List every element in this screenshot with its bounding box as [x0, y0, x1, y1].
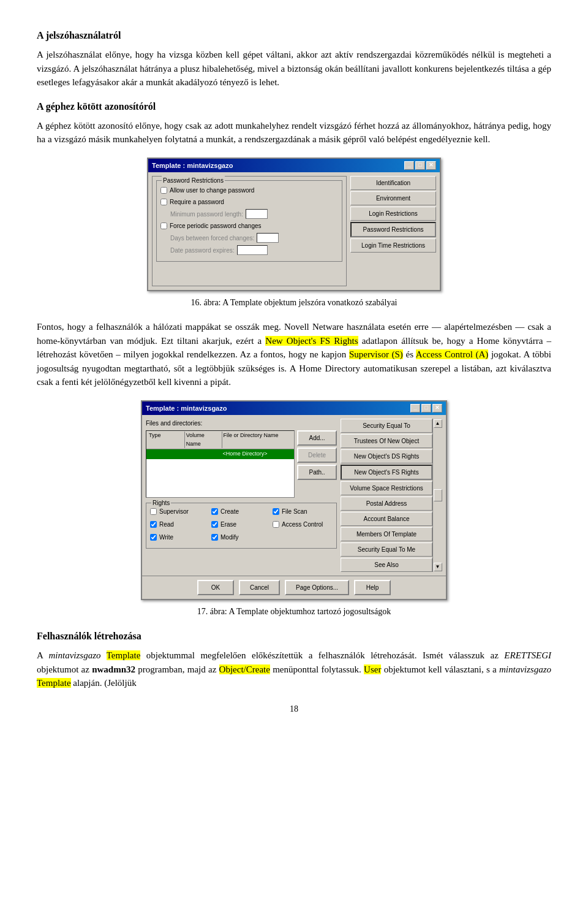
tab-ds-rights[interactable]: New Object's DS Rights: [341, 449, 432, 463]
write-checkbox[interactable]: [150, 534, 157, 541]
min-length-row: Minimum password length:: [170, 209, 338, 219]
tab-trustees[interactable]: Trustees Of New Object: [341, 434, 432, 448]
section-title-2: A géphez kötött azonosítóról: [37, 99, 551, 114]
highlight-supervisor: Supervisor (S): [349, 349, 403, 359]
tab-login-time-restrictions[interactable]: Login Time Restrictions: [350, 238, 436, 253]
erase-checkbox[interactable]: [211, 521, 218, 528]
help-button[interactable]: Help: [354, 580, 391, 595]
tab-postal-address[interactable]: Postal Address: [341, 497, 432, 511]
tab-password-restrictions[interactable]: Password Restrictions: [350, 222, 436, 237]
maximize-button[interactable]: □: [415, 161, 425, 170]
para4-bold1: nwadmn32: [92, 664, 135, 674]
figure-2-caption: 17. ábra: A Template objektumhoz tartozó…: [197, 605, 391, 618]
scroll-thumb[interactable]: [434, 489, 442, 501]
dialog-2-right-tabs: Security Equal To Trustees Of New Object…: [341, 419, 432, 572]
min-length-input[interactable]: [246, 209, 268, 219]
date-expires-input[interactable]: [237, 245, 268, 255]
tab-fs-rights[interactable]: New Object's FS Rights: [341, 465, 432, 480]
paragraph-2: A géphez kötött azonosító előnye, hogy c…: [37, 119, 551, 147]
access-control-checkbox[interactable]: [273, 521, 279, 528]
row-type: [148, 450, 184, 459]
d2-minimize-button[interactable]: _: [410, 404, 420, 413]
supervisor-row: Supervisor: [150, 507, 210, 516]
scrollbar-vertical[interactable]: ▲ ▼: [432, 419, 442, 572]
erase-row: Erase: [211, 520, 271, 529]
supervisor-checkbox[interactable]: [150, 508, 157, 515]
d2-maximize-button[interactable]: □: [421, 404, 431, 413]
tab-environment[interactable]: Environment: [350, 191, 436, 205]
cancel-button[interactable]: Cancel: [239, 580, 280, 595]
tab-see-also[interactable]: See Also: [341, 558, 432, 572]
dialog-2-titlebar-buttons: _ □ ✕: [410, 404, 442, 413]
create-checkbox[interactable]: [211, 508, 218, 515]
page-options-button[interactable]: Page Options...: [285, 580, 349, 595]
read-checkbox[interactable]: [150, 521, 157, 528]
dialog-1: Template : mintavizsgazo _ □ ✕ Password …: [147, 158, 441, 292]
add-button[interactable]: Add...: [297, 430, 337, 446]
tab-security-equal-to-me[interactable]: Security Equal To Me: [341, 542, 432, 557]
filescan-row: File Scan: [273, 507, 333, 516]
para4-italic3: mintavizsgazo: [499, 664, 551, 674]
access-control-row: Access Control: [273, 520, 333, 529]
tab-identification[interactable]: Identification: [350, 176, 436, 190]
date-expires-row: Date password expires:: [170, 245, 338, 255]
force-periodic-checkbox[interactable]: [160, 223, 167, 229]
tab-volume-space[interactable]: Volume Space Restrictions: [341, 481, 432, 495]
section-title-1: A jelszóhasználatról: [37, 28, 551, 43]
ok-button[interactable]: OK: [197, 580, 234, 595]
force-periodic-label: Force periodic password changes: [170, 221, 262, 230]
page-number: 18: [37, 702, 551, 715]
dialog-2-title: Template : mintavizsgazo: [146, 403, 227, 414]
allow-change-checkbox[interactable]: [160, 187, 167, 194]
tab-account-balance[interactable]: Account Balance: [341, 512, 432, 526]
highlight-new-objects-fs-rights: New Object's FS Rights: [265, 336, 358, 346]
minimize-button[interactable]: _: [404, 161, 414, 170]
path-button[interactable]: Path..: [297, 465, 337, 480]
filescan-checkbox[interactable]: [273, 508, 279, 515]
tab-members-of-template[interactable]: Members Of Template: [341, 527, 432, 541]
create-row: Create: [211, 507, 271, 516]
highlight-access-control: Access Control (A): [416, 349, 488, 359]
dialog-1-titlebar: Template : mintavizsgazo _ □ ✕: [148, 159, 440, 173]
paragraph-1: A jelszóhasználat előnye, hogy ha vizsga…: [37, 48, 551, 89]
para4-text7: objektumot kell választani, s a: [381, 664, 499, 674]
para4-italic1: mintavizsgazo: [48, 650, 100, 660]
para4-text1: A: [37, 650, 48, 660]
d2-close-button[interactable]: ✕: [432, 404, 442, 413]
table-row-1[interactable]: <Home Directory>: [146, 449, 294, 459]
highlight-template-2: Template: [37, 678, 71, 688]
allow-change-label: Allow user to change password: [170, 186, 254, 195]
tab-login-restrictions[interactable]: Login Restrictions: [350, 207, 436, 221]
paragraph-4: A mintavizsgazo Template objektummal meg…: [37, 649, 551, 690]
require-password-label: Require a password: [170, 197, 224, 207]
figure-2: Template : mintavizsgazo _ □ ✕ Files and…: [37, 400, 551, 619]
para4-text4: objektumot az: [37, 664, 92, 674]
require-password-checkbox[interactable]: [160, 199, 167, 205]
para4-text5: programban, majd az: [135, 664, 219, 674]
min-length-label: Minimum password length:: [170, 210, 243, 219]
dialog-2-right-area: Security Equal To Trustees Of New Object…: [341, 419, 442, 572]
highlight-template-1: Template: [107, 650, 141, 660]
scroll-up-arrow[interactable]: ▲: [434, 419, 442, 428]
groupbox-legend: Password Restrictions: [162, 176, 225, 185]
days-between-input[interactable]: [257, 233, 279, 243]
dialog-2-footer: OK Cancel Page Options... Help: [142, 576, 446, 599]
rights-legend: Rights: [151, 498, 171, 508]
dialog-2-body: Files and directories: Type Volume Name …: [142, 415, 446, 576]
tab-security-equal-to[interactable]: Security Equal To: [341, 419, 432, 433]
password-restrictions-group: Password Restrictions Allow user to chan…: [156, 180, 342, 262]
col-type: Type: [148, 432, 185, 448]
days-between-row: Days between forced changes:: [170, 233, 338, 243]
col-file: File or Directory Name: [222, 432, 293, 448]
close-button[interactable]: ✕: [426, 161, 436, 170]
modify-checkbox[interactable]: [211, 534, 218, 541]
section-title-3: Felhasználók létrehozása: [37, 629, 551, 644]
highlight-user: User: [364, 664, 381, 674]
delete-button[interactable]: Delete: [297, 447, 337, 463]
para4-space: [101, 650, 107, 660]
dialog-1-title: Template : mintavizsgazo: [152, 161, 233, 171]
scroll-down-arrow[interactable]: ▼: [434, 563, 442, 571]
rights-group: Rights Supervisor Create File Scan: [146, 503, 337, 549]
para4-italic2: ERETTSEGI: [504, 650, 551, 660]
para4-text6: menüponttal folytassuk.: [270, 664, 364, 674]
